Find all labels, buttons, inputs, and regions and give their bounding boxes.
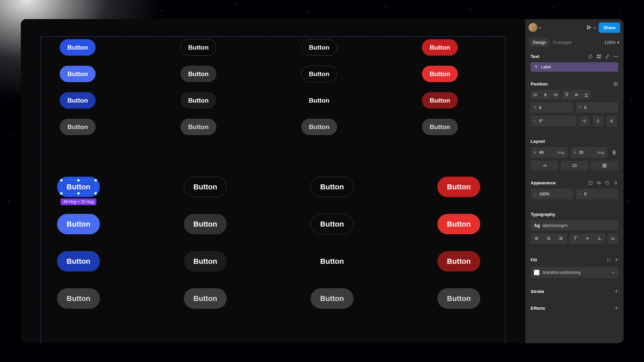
- opacity-input[interactable]: ▢100%: [531, 189, 573, 199]
- align-vcenter-icon[interactable]: [572, 90, 581, 100]
- button-tertiary-disabled-lg[interactable]: Button: [311, 288, 354, 309]
- button-secondary-default-sm[interactable]: Button: [180, 39, 216, 56]
- button-primary-default-lg-selected[interactable]: Button 49 Hug × 20 Hug: [57, 177, 100, 197]
- y-position-input[interactable]: Y0: [576, 102, 619, 113]
- layout-horizontal-icon[interactable]: [531, 161, 558, 171]
- x-position-input[interactable]: X4: [531, 102, 573, 113]
- text-valign-top-icon[interactable]: [569, 233, 581, 243]
- align-hcenter-icon[interactable]: [540, 90, 550, 100]
- button-danger-disabled-sm[interactable]: Button: [422, 119, 458, 135]
- user-avatar[interactable]: [529, 23, 537, 32]
- align-bottom-icon[interactable]: [581, 90, 591, 100]
- text-style-chip[interactable]: Ag label/strong/m: [531, 220, 618, 231]
- variant-icon[interactable]: [588, 54, 593, 59]
- detach-icon[interactable]: −: [611, 269, 615, 276]
- fill-token-chip[interactable]: brand/on-solid/strong −: [531, 267, 618, 278]
- height-input[interactable]: H20Hug: [571, 147, 608, 158]
- tab-prototype[interactable]: Prototype: [549, 38, 575, 47]
- chevron-down-icon[interactable]: ▾: [539, 26, 541, 29]
- share-button[interactable]: Share: [599, 22, 620, 33]
- button-danger-default-lg[interactable]: Button: [437, 177, 480, 197]
- add-stroke-icon[interactable]: +: [614, 288, 618, 295]
- button-primary-hover-lg[interactable]: Button: [57, 214, 100, 234]
- layout-grid-icon[interactable]: [591, 161, 618, 171]
- style-icon[interactable]: [606, 257, 611, 262]
- section-layout: Layout W49Hug H20Hug: [525, 134, 624, 176]
- eye-icon[interactable]: [596, 180, 601, 185]
- button-tertiary-default-lg[interactable]: Button: [311, 177, 354, 197]
- width-input[interactable]: W49Hug: [531, 147, 568, 158]
- button-danger-pressed-sm[interactable]: Button: [422, 92, 458, 109]
- blend-icon[interactable]: [613, 180, 618, 185]
- resize-handle-tl[interactable]: [60, 179, 63, 182]
- resize-handle-bl[interactable]: [60, 192, 63, 195]
- svg-rect-1: [599, 55, 601, 56]
- more-icon[interactable]: [613, 54, 618, 59]
- button-secondary-disabled-sm[interactable]: Button: [180, 119, 216, 135]
- button-primary-disabled-sm[interactable]: Button: [60, 119, 96, 135]
- layout-wrap-icon[interactable]: [561, 161, 588, 171]
- design-canvas[interactable]: Button Button Button Button Button Butto…: [21, 19, 525, 343]
- reset-icon[interactable]: [605, 180, 610, 185]
- button-secondary-hover-lg[interactable]: Button: [184, 214, 227, 234]
- rotation-input[interactable]: ∟0°: [531, 116, 577, 126]
- button-secondary-disabled-lg[interactable]: Button: [184, 288, 227, 309]
- button-primary-pressed-lg[interactable]: Button: [57, 251, 100, 272]
- resize-handle-bm[interactable]: [77, 192, 80, 195]
- button-primary-pressed-sm[interactable]: Button: [60, 92, 96, 109]
- grid-icon[interactable]: [596, 54, 601, 59]
- text-valign-middle-icon[interactable]: [581, 233, 593, 243]
- tab-design[interactable]: Design: [529, 38, 549, 47]
- button-tertiary-hover-lg[interactable]: Button: [311, 214, 354, 234]
- selected-layer-chip[interactable]: Label: [531, 62, 618, 72]
- button-danger-disabled-lg[interactable]: Button: [437, 288, 480, 309]
- resize-handle-tr[interactable]: [94, 179, 97, 182]
- button-tertiary-pressed-sm[interactable]: Button: [301, 92, 337, 109]
- button-label: Button: [309, 44, 329, 51]
- section-stroke: Stroke +: [525, 283, 624, 300]
- button-danger-pressed-lg[interactable]: Button: [437, 251, 480, 272]
- link-icon[interactable]: [605, 54, 610, 59]
- button-danger-hover-sm[interactable]: Button: [422, 66, 458, 82]
- typography-settings-icon[interactable]: [607, 233, 618, 244]
- flip-horizontal-icon[interactable]: [579, 116, 590, 126]
- button-primary-default-sm[interactable]: Button: [60, 39, 96, 56]
- text-align-right-icon[interactable]: [555, 233, 567, 243]
- zoom-dropdown[interactable]: 128%▾: [604, 40, 620, 45]
- align-top-icon[interactable]: [562, 90, 572, 100]
- button-danger-hover-lg[interactable]: Button: [437, 214, 480, 234]
- svg-point-5: [615, 56, 616, 57]
- text-align-left-icon[interactable]: [531, 233, 543, 243]
- flip-vertical-icon[interactable]: [593, 116, 603, 126]
- button-secondary-pressed-lg[interactable]: Button: [184, 251, 227, 272]
- resize-handle-tm[interactable]: [77, 179, 80, 182]
- button-label: Button: [320, 220, 344, 229]
- constrain-proportions-icon[interactable]: [610, 147, 618, 158]
- add-effect-icon[interactable]: +: [614, 305, 618, 312]
- chevron-down-icon[interactable]: ▾: [594, 26, 595, 29]
- button-tertiary-disabled-sm[interactable]: Button: [301, 119, 337, 135]
- resize-handle-br[interactable]: [94, 192, 97, 195]
- corner-radius-input[interactable]: ⌐0: [576, 189, 619, 199]
- button-primary-disabled-lg[interactable]: Button: [57, 288, 100, 309]
- button-label: Button: [320, 257, 344, 266]
- text-align-center-icon[interactable]: [543, 233, 555, 243]
- section-text: Text Label: [525, 49, 624, 77]
- play-icon[interactable]: [586, 25, 592, 30]
- button-tertiary-default-sm[interactable]: Button: [301, 39, 337, 56]
- button-secondary-pressed-sm[interactable]: Button: [180, 92, 216, 109]
- button-tertiary-hover-sm[interactable]: Button: [301, 66, 337, 82]
- button-secondary-default-lg[interactable]: Button: [184, 177, 227, 197]
- button-secondary-hover-sm[interactable]: Button: [180, 66, 216, 82]
- text-valign-bottom-icon[interactable]: [593, 233, 605, 243]
- button-primary-hover-sm[interactable]: Button: [60, 66, 96, 82]
- add-fill-icon[interactable]: +: [614, 256, 618, 263]
- align-to-frame-icon[interactable]: [613, 81, 618, 86]
- svg-rect-15: [589, 181, 592, 184]
- position-more-icon[interactable]: [606, 116, 617, 126]
- variable-icon[interactable]: [588, 180, 593, 185]
- align-left-icon[interactable]: [531, 90, 540, 100]
- button-tertiary-pressed-lg[interactable]: Button: [311, 251, 354, 272]
- align-right-icon[interactable]: [550, 90, 560, 100]
- button-danger-default-sm[interactable]: Button: [422, 39, 458, 56]
